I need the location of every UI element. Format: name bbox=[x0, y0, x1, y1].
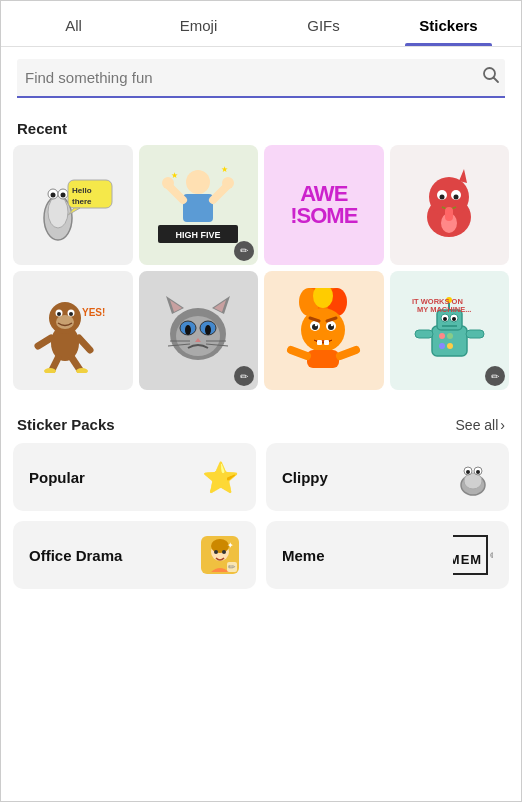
svg-point-53 bbox=[185, 325, 191, 335]
pack-clippy-name: Clippy bbox=[282, 469, 328, 486]
svg-text:there: there bbox=[72, 197, 92, 206]
svg-point-69 bbox=[315, 324, 317, 326]
svg-text:★: ★ bbox=[171, 171, 178, 180]
svg-point-89 bbox=[439, 343, 445, 349]
svg-point-96 bbox=[464, 473, 482, 489]
pack-clippy[interactable]: Clippy bbox=[266, 443, 509, 511]
sticker-grid: Hello there ★ ★ HIGH FIVE ✏ bbox=[1, 145, 521, 400]
see-all-button[interactable]: See all › bbox=[456, 417, 505, 433]
tab-stickers[interactable]: Stickers bbox=[386, 1, 511, 46]
svg-point-27 bbox=[440, 194, 445, 199]
svg-line-1 bbox=[494, 78, 499, 83]
svg-point-90 bbox=[447, 343, 453, 349]
pack-office-drama-name: Office Drama bbox=[29, 547, 122, 564]
sticker-pack-grid: Popular ⭐ Clippy Office Drama bbox=[1, 443, 521, 605]
pack-popular[interactable]: Popular ⭐ bbox=[13, 443, 256, 511]
svg-text:MY MACHINE...: MY MACHINE... bbox=[417, 305, 471, 314]
chevron-right-icon: › bbox=[500, 417, 505, 433]
clippy-icon bbox=[453, 457, 493, 497]
svg-point-87 bbox=[439, 333, 445, 339]
sticker-yes-monkey[interactable]: YES! bbox=[13, 271, 133, 391]
sticker-packs-header: Sticker Packs See all › bbox=[1, 400, 521, 443]
svg-line-39 bbox=[79, 338, 90, 350]
svg-text:HIGH FIVE: HIGH FIVE bbox=[176, 230, 221, 240]
svg-point-100 bbox=[476, 470, 480, 474]
search-icon[interactable] bbox=[481, 65, 501, 90]
svg-point-70 bbox=[331, 324, 333, 326]
search-input[interactable] bbox=[21, 69, 481, 86]
svg-point-28 bbox=[454, 194, 459, 199]
sticker-red-demon[interactable] bbox=[390, 145, 510, 265]
svg-point-6 bbox=[50, 192, 55, 197]
svg-line-40 bbox=[52, 358, 58, 370]
sticker-fire-dude[interactable] bbox=[264, 271, 384, 391]
svg-line-41 bbox=[72, 358, 80, 370]
svg-rect-92 bbox=[466, 330, 484, 338]
svg-text:YES!: YES! bbox=[82, 307, 105, 318]
svg-line-76 bbox=[291, 350, 307, 356]
svg-marker-24 bbox=[459, 169, 467, 183]
svg-point-36 bbox=[57, 312, 61, 316]
svg-point-37 bbox=[69, 312, 73, 316]
svg-point-64 bbox=[301, 308, 345, 352]
svg-rect-74 bbox=[324, 340, 329, 345]
sticker-packs-title: Sticker Packs bbox=[17, 416, 115, 433]
search-container bbox=[1, 47, 521, 106]
meme-icon: MEM ✏ bbox=[453, 535, 493, 575]
sticker-awesome[interactable]: AWE !SOME bbox=[264, 145, 384, 265]
office-drama-icon: ✦ ✏ bbox=[200, 535, 240, 575]
pack-popular-name: Popular bbox=[29, 469, 85, 486]
svg-rect-13 bbox=[183, 194, 213, 222]
svg-text:✏: ✏ bbox=[228, 562, 236, 572]
svg-line-38 bbox=[38, 338, 51, 346]
svg-point-99 bbox=[466, 470, 470, 474]
tab-all[interactable]: All bbox=[11, 1, 136, 46]
edit-badge-works-machine[interactable]: ✏ bbox=[485, 366, 505, 386]
search-bar bbox=[17, 59, 505, 98]
svg-point-12 bbox=[186, 170, 210, 194]
svg-point-54 bbox=[205, 325, 211, 335]
svg-point-83 bbox=[452, 317, 456, 321]
edit-badge-grumpy-cat[interactable]: ✏ bbox=[234, 366, 254, 386]
sticker-grumpy-cat[interactable]: ✏ bbox=[139, 271, 259, 391]
svg-text:Hello: Hello bbox=[72, 186, 92, 195]
pack-meme-name: Meme bbox=[282, 547, 325, 564]
svg-point-17 bbox=[222, 177, 234, 189]
svg-point-7 bbox=[60, 192, 65, 197]
svg-text:★: ★ bbox=[221, 165, 228, 174]
svg-point-88 bbox=[447, 333, 453, 339]
tab-bar: All Emoji GIFs Stickers bbox=[1, 1, 521, 47]
tab-gifs[interactable]: GIFs bbox=[261, 1, 386, 46]
svg-point-82 bbox=[443, 317, 447, 321]
sticker-hello-there[interactable]: Hello there bbox=[13, 145, 133, 265]
svg-line-77 bbox=[340, 350, 356, 356]
svg-rect-75 bbox=[307, 350, 339, 368]
sticker-works-machine[interactable]: IT WORKS ON MY MACHINE... ✏ bbox=[390, 271, 510, 391]
svg-point-33 bbox=[56, 315, 74, 329]
pack-office-drama[interactable]: Office Drama ✦ ✏ bbox=[13, 521, 256, 589]
recent-title: Recent bbox=[1, 106, 521, 145]
tab-emoji[interactable]: Emoji bbox=[136, 1, 261, 46]
pack-meme[interactable]: Meme MEM ✏ bbox=[266, 521, 509, 589]
popular-icon: ⭐ bbox=[200, 457, 240, 497]
svg-point-104 bbox=[214, 550, 218, 554]
svg-point-105 bbox=[222, 550, 226, 554]
svg-point-3 bbox=[48, 196, 68, 228]
svg-text:✦: ✦ bbox=[227, 541, 234, 550]
edit-badge-high-five[interactable]: ✏ bbox=[234, 241, 254, 261]
svg-rect-30 bbox=[445, 207, 453, 221]
svg-rect-91 bbox=[415, 330, 433, 338]
svg-point-46 bbox=[176, 316, 220, 356]
sticker-high-five[interactable]: ★ ★ HIGH FIVE ✏ bbox=[139, 145, 259, 265]
svg-rect-73 bbox=[317, 340, 322, 345]
